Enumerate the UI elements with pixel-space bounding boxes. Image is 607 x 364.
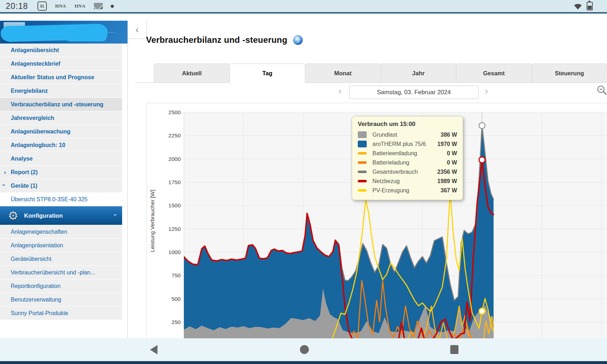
tooltip-series-value: 0 W bbox=[447, 160, 457, 166]
tooltip-row-batterieentladung: Batterieentladung0 W bbox=[358, 150, 457, 157]
tooltip-series-value: 0 W bbox=[447, 150, 457, 157]
chevron-left-icon: ‹ bbox=[135, 24, 139, 35]
zoom-out-icon[interactable] bbox=[596, 85, 607, 96]
calendar-icon: 31 bbox=[37, 1, 47, 11]
chevron-down-icon: › bbox=[0, 184, 11, 186]
y-tick-label: 2500 bbox=[169, 109, 181, 115]
sidebar-item-anlageneigenschaften[interactable]: Anlageneigenschaften bbox=[0, 225, 122, 238]
series-swatch-icon bbox=[358, 150, 367, 157]
sidebar-item-label: Geräte (1) bbox=[11, 183, 37, 189]
date-picker[interactable]: Samstag, 03. Februar 2024 bbox=[349, 86, 478, 99]
sidebar-item-analyse[interactable]: Analyse bbox=[0, 152, 122, 165]
clock: 20:18 bbox=[6, 1, 28, 11]
series-swatch-icon bbox=[358, 178, 367, 184]
notification-hna-1: HNA bbox=[55, 3, 66, 9]
sidebar-item-label: Aktueller Status und Prognose bbox=[11, 74, 94, 80]
period-tabs: AktuellTagMonatJahrGesamtSteuerung bbox=[154, 64, 607, 83]
sidebar-item-verbraucherbilanz-und-steuerung[interactable]: Verbraucherbilanz und -steuerung bbox=[0, 98, 122, 111]
sidebar-item-label: Übersicht STP8.0-3SE-40 325 bbox=[11, 196, 87, 202]
tab-tag[interactable]: Tag bbox=[230, 64, 306, 83]
tooltip-series-label: Batterieentladung bbox=[372, 150, 444, 157]
series-swatch-icon bbox=[358, 168, 367, 175]
tooltip-series-label: PV-Erzeugung bbox=[372, 187, 438, 194]
sidebar-item-label: Geräteübersicht bbox=[11, 256, 51, 262]
sidebar-item-übersicht-stp8-0-3se-40-325[interactable]: Übersicht STP8.0-3SE-40 325 bbox=[0, 193, 122, 206]
series-swatch-icon bbox=[358, 159, 367, 166]
sidebar-item-label: Verbraucherübersicht und -plan... bbox=[11, 269, 95, 275]
sidebar-item-label: Benutzerverwaltung bbox=[11, 297, 61, 303]
sidebar: ... AnlagenübersichtAnlagensteckbriefAkt… bbox=[0, 21, 128, 338]
sidebar-item-label: Analyse bbox=[11, 156, 32, 162]
sidebar-item-konfiguration[interactable]: ⚙ Konfiguration › bbox=[0, 206, 122, 225]
y-axis-label: Leistung Verbraucher [W] bbox=[149, 189, 156, 252]
sidebar-item-energiebilanz[interactable]: Energiebilanz bbox=[0, 84, 122, 97]
sidebar-item-anlagenpräsentation[interactable]: Anlagenpräsentation bbox=[0, 239, 122, 252]
recents-button[interactable] bbox=[450, 345, 458, 354]
tooltip-series-value: 2356 W bbox=[437, 169, 457, 175]
date-next-button[interactable]: › bbox=[485, 86, 488, 97]
sidebar-item-jahresvergleich[interactable]: Jahresvergleich bbox=[0, 111, 122, 125]
y-tick-label: 1250 bbox=[169, 226, 181, 232]
tab-aktuell[interactable]: Aktuell bbox=[154, 64, 230, 83]
chart-tooltip: Verbrauch um 15:00 Grundlast386 WaroTHER… bbox=[352, 116, 463, 200]
tab-gesamt[interactable]: Gesamt bbox=[456, 64, 532, 83]
sidebar-config-menu: AnlageneigenschaftenAnlagenpräsentationG… bbox=[0, 225, 122, 320]
chevron-down-icon: › bbox=[112, 214, 119, 216]
sidebar-item-label: Jahresvergleich bbox=[11, 115, 54, 121]
chevron-right-icon: › bbox=[4, 166, 6, 179]
tooltip-series-label: Batterieladung bbox=[372, 160, 444, 166]
sidebar-item-report-2[interactable]: ›Report (2) bbox=[0, 166, 122, 179]
wifi-icon bbox=[574, 3, 582, 10]
notification-hna-2: HNA bbox=[75, 3, 85, 9]
bottom-strip bbox=[0, 361, 607, 364]
sidebar-item-geräteübersicht[interactable]: Geräteübersicht bbox=[0, 252, 122, 266]
consumption-chart[interactable]: 2500225020001750150012501000750500250 Le… bbox=[146, 103, 607, 338]
plant-header-image[interactable]: ... bbox=[0, 21, 127, 44]
sidebar-item-label: Verbraucherbilanz und -steuerung bbox=[11, 101, 104, 107]
tooltip-series-label: aroTHERM plus 75/6 bbox=[372, 141, 435, 147]
sidebar-collapse-button[interactable]: ‹ bbox=[128, 21, 147, 39]
sidebar-item-benutzerverwaltung[interactable]: Benutzerverwaltung bbox=[0, 293, 122, 306]
tooltip-row-batterieladung: Batterieladung0 W bbox=[358, 159, 457, 166]
tooltip-series-label: Grundlast bbox=[372, 132, 438, 138]
tab-monat[interactable]: Monat bbox=[305, 64, 381, 83]
help-icon[interactable]: ? bbox=[293, 35, 303, 45]
home-button[interactable] bbox=[300, 345, 309, 354]
android-navigation-bar bbox=[0, 338, 607, 361]
tab-steuerung[interactable]: Steuerung bbox=[532, 64, 607, 83]
notification-dot-icon bbox=[111, 5, 114, 8]
sidebar-item-anlagenübersicht[interactable]: Anlagenübersicht bbox=[0, 44, 122, 57]
statusbar-divider bbox=[0, 12, 607, 14]
sidebar-item-aktueller-status-und-prognose[interactable]: Aktueller Status und Prognose bbox=[0, 71, 122, 84]
main-content: ‹ Verbraucherbilanz und -steuerung ? Akt… bbox=[128, 21, 607, 338]
page-title: Verbraucherbilanz und -steuerung bbox=[146, 35, 287, 45]
sidebar-item-label: Sunny Portal-Produkte bbox=[11, 310, 68, 316]
sidebar-item-label: Energiebilanz bbox=[11, 88, 48, 94]
tab-jahr[interactable]: Jahr bbox=[381, 64, 457, 83]
y-tick-label: 500 bbox=[171, 296, 181, 302]
date-prev-button[interactable]: ‹ bbox=[338, 86, 342, 97]
sidebar-item-label: Anlagenüberwachung bbox=[11, 128, 70, 135]
sidebar-item-verbraucherübersicht-und-plan[interactable]: Verbraucherübersicht und -plan... bbox=[0, 266, 122, 279]
sidebar-item-reportkonfiguration[interactable]: Reportkonfiguration bbox=[0, 279, 122, 293]
sidebar-item-sunny-portal-produkte[interactable]: Sunny Portal-Produkte bbox=[0, 307, 122, 320]
sidebar-menu: AnlagenübersichtAnlagensteckbriefAktuell… bbox=[0, 44, 122, 206]
series-swatch-icon bbox=[358, 187, 367, 194]
sidebar-item-anlagensteckbrief[interactable]: Anlagensteckbrief bbox=[0, 57, 122, 70]
sidebar-item-anlagenüberwachung[interactable]: Anlagenüberwachung bbox=[0, 125, 122, 138]
back-button[interactable] bbox=[150, 345, 157, 354]
tooltip-row-pv-erzeugung: PV-Erzeugung367 W bbox=[358, 187, 457, 194]
battery-icon bbox=[587, 2, 593, 10]
y-tick-label: 1500 bbox=[169, 202, 181, 208]
tooltip-row-arotherm-plus-75-6: aroTHERM plus 75/61970 W bbox=[358, 141, 457, 147]
sidebar-item-label: Anlagenlogbuch: 10 bbox=[11, 142, 65, 148]
sidebar-item-label: Anlagenübersicht bbox=[11, 47, 59, 53]
sidebar-item-label: Anlageneigenschaften bbox=[11, 229, 67, 235]
hover-marker-pv-erzeugung bbox=[479, 308, 485, 314]
y-tick-label: 1750 bbox=[169, 179, 181, 185]
series-swatch-icon bbox=[358, 141, 367, 147]
sidebar-item-geräte-1[interactable]: ›Geräte (1) bbox=[0, 179, 122, 192]
tooltip-title: Verbrauch um 15:00 bbox=[358, 121, 457, 128]
header-ellipsis: ... bbox=[109, 28, 115, 34]
sidebar-item-anlagenlogbuch-10[interactable]: Anlagenlogbuch: 10 bbox=[0, 138, 122, 152]
